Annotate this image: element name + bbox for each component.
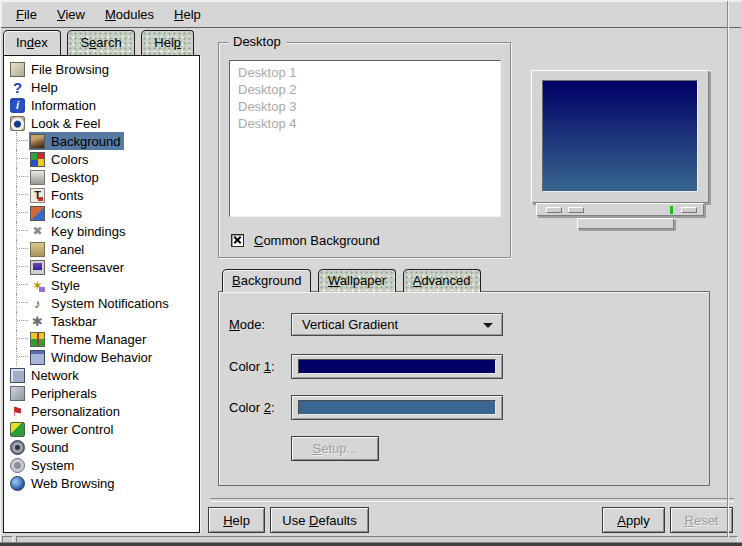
tree-item-content: Sound [9,438,73,456]
tree-item-content: Panel [29,240,88,258]
tree-item-content: Help [9,78,62,96]
tab-wallpaper[interactable]: Wallpaper [318,269,396,292]
tree-item-help[interactable]: Help [4,78,199,96]
tree-item-content: Peripherals [9,384,101,402]
monitor-button [546,207,562,213]
monitor-controls [536,203,704,216]
tree-item-peripherals[interactable]: Peripherals [4,384,199,402]
mode-select[interactable]: Vertical Gradient [291,313,503,336]
common-background-row: Common Background [231,233,380,248]
network-icon [10,368,25,383]
desktop-list-item: Desktop 3 [230,98,500,115]
tree-item-file-browsing[interactable]: File Browsing [4,60,199,78]
tree-item-power-control[interactable]: Power Control [4,420,199,438]
tree-item-key-bindings[interactable]: Key bindings [4,222,199,240]
tree-connector-line [16,312,29,330]
tree-item-content: File Browsing [9,60,113,78]
help-button[interactable]: Help [208,507,265,533]
tab-background[interactable]: Background [222,269,311,292]
peripherals-icon [10,386,25,401]
tab-advanced[interactable]: Advanced [403,269,481,292]
desktop-list-item: Desktop 1 [230,64,500,81]
tree-item-label: Information [31,98,96,113]
taskbar-icon [30,314,45,329]
tree-item-colors[interactable]: Colors [4,150,199,168]
look-feel-icon [10,116,25,131]
tree-item-label: Help [31,80,58,95]
sidebar-tabs: Index Search Help [3,30,197,55]
tree-item-label: Taskbar [51,314,97,329]
monitor-button [568,207,584,213]
tree-item-web-browsing[interactable]: Web Browsing [4,474,199,492]
tab-search[interactable]: Search [67,30,134,55]
tab-help[interactable]: Help [141,30,194,55]
desktop-list-item: Desktop 2 [230,81,500,98]
tree-item-content: Icons [29,204,86,222]
color1-button[interactable] [291,354,503,379]
color2-button[interactable] [291,395,503,420]
menu-help[interactable]: Help [164,3,211,26]
color2-swatch [298,400,496,415]
desktop-list[interactable]: Desktop 1Desktop 2Desktop 3Desktop 4 [229,60,501,217]
tree-item-look-feel[interactable]: Look & Feel [4,114,199,132]
menu-bar: File View Modules Help [1,1,741,28]
apply-button[interactable]: Apply [602,507,665,533]
theme-manager-icon [30,332,45,347]
screensaver-icon [30,260,45,275]
tree-item-system-notifications[interactable]: System Notifications [4,294,199,312]
tree-item-label: System Notifications [51,296,169,311]
tree-item-screensaver[interactable]: Screensaver [4,258,199,276]
tree-connector-line [16,150,29,168]
tree-item-label: Look & Feel [31,116,100,131]
tree-item-taskbar[interactable]: Taskbar [4,312,199,330]
tree-item-style[interactable]: Style [4,276,199,294]
common-background-checkbox[interactable] [231,234,244,247]
tree-item-label: Window Behavior [51,350,152,365]
tree-item-system[interactable]: System [4,456,199,474]
monitor-button [681,207,697,213]
tree-item-sound[interactable]: Sound [4,438,199,456]
tree-item-information[interactable]: Information [4,96,199,114]
tree-item-personalization[interactable]: Personalization [4,402,199,420]
category-tree[interactable]: File BrowsingHelpInformationLook & FeelB… [3,55,200,533]
tree-item-label: Peripherals [31,386,97,401]
tree-item-background[interactable]: Background [4,132,199,150]
tree-item-content: System [9,456,78,474]
color2-label: Color 2: [229,400,275,415]
tree-connector-line [16,258,29,276]
window-bottom-border [0,542,742,546]
tree-item-label: Background [51,134,120,149]
monitor-preview [531,70,717,232]
menu-modules[interactable]: Modules [95,3,164,26]
desktop-group: Desktop Desktop 1Desktop 2Desktop 3Deskt… [218,42,511,258]
menu-file[interactable]: File [6,3,47,26]
tree-item-content: Taskbar [29,312,101,330]
tree-item-label: Style [51,278,80,293]
tree-item-content: Network [9,366,83,384]
tree-item-label: Screensaver [51,260,124,275]
tree-item-theme-manager[interactable]: Theme Manager [4,330,199,348]
desktop-icon [30,170,45,185]
fonts-icon [30,188,45,203]
tree-item-panel[interactable]: Panel [4,240,199,258]
tree-item-content: Theme Manager [29,330,150,348]
tree-item-desktop[interactable]: Desktop [4,168,199,186]
tree-item-content: Desktop [29,168,103,186]
menu-view[interactable]: View [47,3,95,26]
use-defaults-button[interactable]: Use Defaults [270,507,369,533]
common-background-label: Common Background [254,233,380,248]
tree-item-fonts[interactable]: Fonts [4,186,199,204]
reset-button: Reset [670,507,733,533]
tab-index[interactable]: Index [3,30,61,55]
setup-button: Setup... [291,436,379,461]
tree-connector-line [16,294,29,312]
tree-connector-line [16,276,29,294]
tree-item-icons[interactable]: Icons [4,204,199,222]
tree-connector-line [16,330,29,348]
tree-item-content: Look & Feel [9,114,104,132]
tree-item-content: System Notifications [29,294,173,312]
tree-item-label: Key bindings [51,224,125,239]
control-center-window: File View Modules Help Index Search Help… [0,0,742,546]
tree-item-window-behavior[interactable]: Window Behavior [4,348,199,366]
tree-item-network[interactable]: Network [4,366,199,384]
